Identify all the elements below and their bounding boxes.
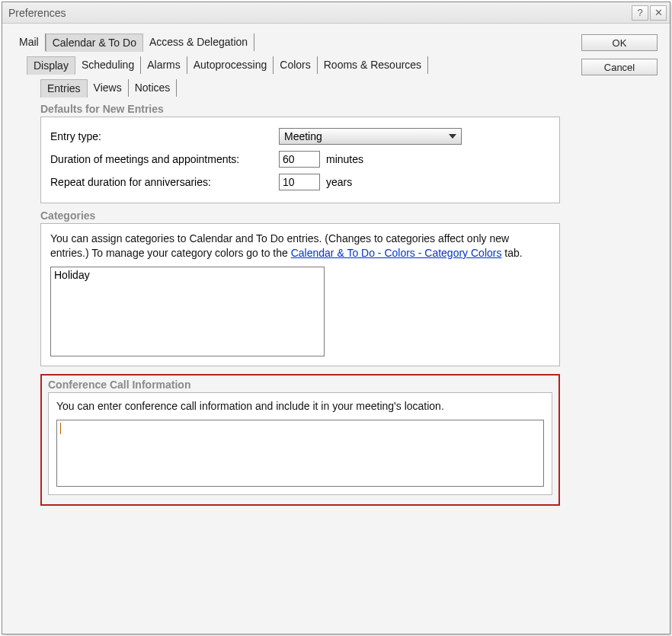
conference-group: You can enter conference call informatio… — [48, 392, 552, 495]
close-button[interactable]: ✕ — [650, 5, 667, 21]
close-icon: ✕ — [654, 7, 663, 18]
tab-notices[interactable]: Notices — [129, 79, 178, 97]
categories-group: You can assign categories to Calendar an… — [40, 223, 560, 366]
tab-rooms-resources[interactable]: Rooms & Resources — [318, 56, 428, 74]
entry-type-value: Meeting — [284, 130, 322, 142]
conference-heading: Conference Call Information — [48, 379, 552, 391]
ok-button[interactable]: OK — [581, 34, 658, 51]
tabs-level2: Display Scheduling Alarms Autoprocessing… — [27, 56, 659, 74]
tab-autoprocessing[interactable]: Autoprocessing — [187, 56, 274, 74]
help-icon: ? — [637, 7, 642, 18]
list-item[interactable]: Holiday — [54, 269, 321, 281]
preferences-window: Preferences ? ✕ OK Cancel Mail Calendar … — [2, 2, 670, 634]
duration-value: 60 — [283, 153, 295, 165]
window-title: Preferences — [8, 7, 630, 19]
conference-highlight: Conference Call Information You can ente… — [40, 374, 560, 506]
duration-label: Duration of meetings and appointments: — [50, 153, 279, 165]
duration-input[interactable]: 60 — [279, 151, 320, 168]
categories-desc-after: tab. — [501, 247, 522, 259]
cancel-button[interactable]: Cancel — [581, 59, 658, 75]
help-button[interactable]: ? — [632, 5, 648, 21]
tab-content: Defaults for New Entries Entry type: Mee… — [40, 103, 560, 506]
defaults-group: Entry type: Meeting Duration of meetings… — [40, 117, 560, 203]
tab-calendar-todo[interactable]: Calendar & To Do — [46, 34, 143, 52]
conference-textarea[interactable] — [56, 420, 544, 487]
repeat-value: 10 — [283, 176, 295, 188]
entry-type-label: Entry type: — [50, 130, 279, 142]
dialog-buttons: OK Cancel — [581, 34, 659, 83]
tab-colors[interactable]: Colors — [274, 56, 317, 74]
tabs-level1: Mail Calendar & To Do Access & Delegatio… — [13, 33, 659, 51]
tab-alarms[interactable]: Alarms — [141, 56, 187, 74]
tab-access-delegation[interactable]: Access & Delegation — [143, 34, 254, 51]
tabs-level3: Entries Views Notices — [40, 78, 659, 97]
repeat-input[interactable]: 10 — [279, 174, 320, 190]
duration-unit: minutes — [326, 153, 363, 165]
repeat-unit: years — [326, 176, 352, 188]
defaults-heading: Defaults for New Entries — [40, 103, 560, 115]
tab-display[interactable]: Display — [27, 56, 75, 75]
categories-description: You can assign categories to Calendar an… — [50, 232, 550, 260]
repeat-row: Repeat duration for anniversaries: 10 ye… — [50, 171, 550, 193]
client-area: OK Cancel Mail Calendar & To Do Access &… — [2, 24, 670, 634]
categories-colors-link[interactable]: Calendar & To Do - Colors - Category Col… — [291, 247, 502, 259]
duration-row: Duration of meetings and appointments: 6… — [50, 148, 550, 171]
tab-views[interactable]: Views — [88, 79, 129, 97]
tab-scheduling[interactable]: Scheduling — [75, 56, 141, 74]
chevron-down-icon — [449, 134, 456, 139]
entry-type-select[interactable]: Meeting — [279, 128, 462, 145]
categories-list[interactable]: Holiday — [50, 267, 325, 356]
tab-mail[interactable]: Mail — [13, 34, 46, 51]
repeat-label: Repeat duration for anniversaries: — [50, 176, 279, 188]
tab-entries[interactable]: Entries — [40, 79, 88, 97]
text-caret — [60, 423, 61, 434]
conference-description: You can enter conference call informatio… — [56, 399, 544, 414]
titlebar: Preferences ? ✕ — [2, 2, 670, 24]
entry-type-row: Entry type: Meeting — [50, 125, 550, 148]
categories-heading: Categories — [40, 209, 560, 222]
